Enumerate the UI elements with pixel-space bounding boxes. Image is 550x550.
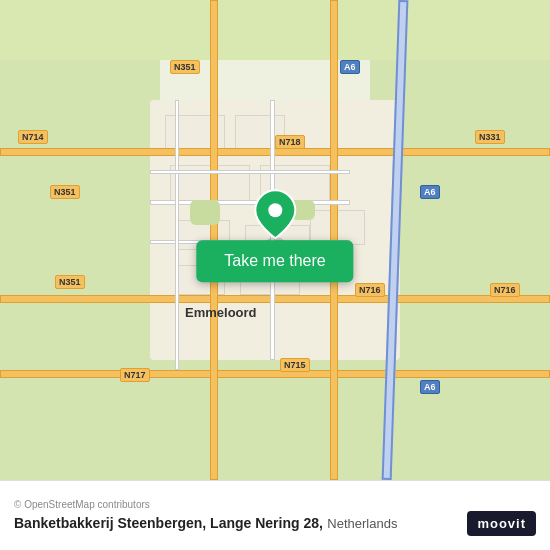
- field-north: [0, 0, 550, 60]
- road-n715-h: [0, 370, 550, 378]
- road-sec-5: [150, 170, 350, 174]
- label-n718: N718: [275, 135, 305, 149]
- footer-info: Banketbakkerij Steenbergen, Lange Nering…: [14, 514, 536, 532]
- label-n714: N714: [18, 130, 48, 144]
- label-n716-2: N716: [490, 283, 520, 297]
- business-name: Banketbakkerij Steenbergen, Lange Nering…: [14, 515, 323, 531]
- town-label: Emmeloord: [185, 305, 257, 320]
- label-a6-3: A6: [420, 380, 440, 394]
- label-n717: N717: [120, 368, 150, 382]
- map-overlay: Take me there: [196, 188, 353, 282]
- road-n716-h: [0, 295, 550, 303]
- road-n718-h: [0, 148, 550, 156]
- field-south: [0, 360, 550, 480]
- take-me-there-button[interactable]: Take me there: [196, 240, 353, 282]
- label-n331: N331: [475, 130, 505, 144]
- map-attribution: © OpenStreetMap contributors: [14, 499, 536, 510]
- label-n351-3: N351: [55, 275, 85, 289]
- label-n716-1: N716: [355, 283, 385, 297]
- road-sec-4: [175, 100, 179, 370]
- country-name: Netherlands: [327, 516, 397, 531]
- label-a6-1: A6: [340, 60, 360, 74]
- label-n351-2: N351: [50, 185, 80, 199]
- label-n351-1: N351: [170, 60, 200, 74]
- footer: © OpenStreetMap contributors Banketbakke…: [0, 480, 550, 550]
- svg-point-1: [268, 203, 282, 217]
- label-a6-2: A6: [420, 185, 440, 199]
- map-container: N718 N351 N351 N351 N714 A6 A6 A6 N716 N…: [0, 0, 550, 480]
- label-n715: N715: [280, 358, 310, 372]
- moovit-logo: moovit: [467, 511, 536, 536]
- location-pin-icon: [251, 188, 299, 244]
